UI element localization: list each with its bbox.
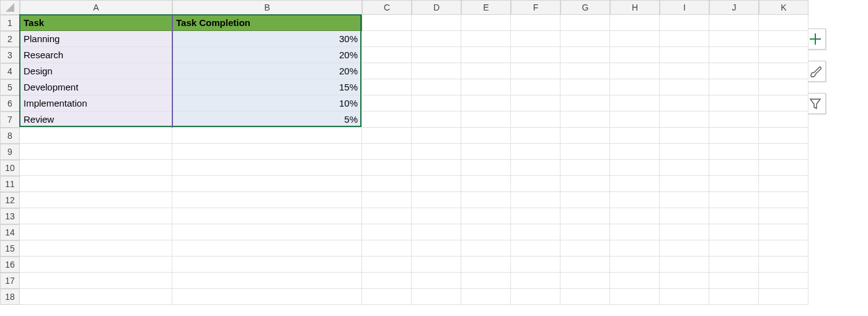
cell-J6[interactable] xyxy=(709,95,759,112)
cell-J7[interactable] xyxy=(709,112,759,128)
cell-E8[interactable] xyxy=(461,128,511,144)
cell-A17[interactable] xyxy=(20,273,172,289)
cell-G5[interactable] xyxy=(560,79,610,95)
cell-J12[interactable] xyxy=(709,192,759,208)
cell-I17[interactable] xyxy=(660,273,709,289)
cell-C10[interactable] xyxy=(362,160,412,176)
cell-I18[interactable] xyxy=(660,289,709,305)
cell-F3[interactable] xyxy=(511,47,560,63)
cell-I3[interactable] xyxy=(660,47,709,63)
row-header-10[interactable]: 10 xyxy=(0,160,20,176)
cell-D8[interactable] xyxy=(412,128,461,144)
cell-A4[interactable]: Design xyxy=(20,63,172,79)
cell-D16[interactable] xyxy=(412,257,461,273)
cell-A16[interactable] xyxy=(20,257,172,273)
cell-K12[interactable] xyxy=(759,192,808,208)
row-header-6[interactable]: 6 xyxy=(0,95,20,112)
cell-H5[interactable] xyxy=(610,79,660,95)
row-header-2[interactable]: 2 xyxy=(0,31,20,47)
cell-K15[interactable] xyxy=(759,240,808,257)
cell-H16[interactable] xyxy=(610,257,660,273)
cell-G6[interactable] xyxy=(560,95,610,112)
cell-A14[interactable] xyxy=(20,224,172,240)
cell-B11[interactable] xyxy=(172,176,362,192)
cell-H8[interactable] xyxy=(610,128,660,144)
cell-B6[interactable]: 10% xyxy=(172,95,362,112)
cell-I5[interactable] xyxy=(660,79,709,95)
cell-C15[interactable] xyxy=(362,240,412,257)
cell-G11[interactable] xyxy=(560,176,610,192)
cell-E2[interactable] xyxy=(461,31,511,47)
cell-A15[interactable] xyxy=(20,240,172,257)
cell-B1[interactable]: Task Completion xyxy=(172,15,362,31)
cell-D6[interactable] xyxy=(412,95,461,112)
cell-A13[interactable] xyxy=(20,208,172,224)
cell-F6[interactable] xyxy=(511,95,560,112)
cell-I13[interactable] xyxy=(660,208,709,224)
cell-K17[interactable] xyxy=(759,273,808,289)
cell-K5[interactable] xyxy=(759,79,808,95)
cell-A2[interactable]: Planning xyxy=(20,31,172,47)
cell-I14[interactable] xyxy=(660,224,709,240)
col-header-G[interactable]: G xyxy=(560,0,610,15)
cell-H12[interactable] xyxy=(610,192,660,208)
cell-E10[interactable] xyxy=(461,160,511,176)
col-header-C[interactable]: C xyxy=(362,0,412,15)
cell-F9[interactable] xyxy=(511,144,560,160)
cell-G17[interactable] xyxy=(560,273,610,289)
cell-D13[interactable] xyxy=(412,208,461,224)
cell-D11[interactable] xyxy=(412,176,461,192)
cell-G3[interactable] xyxy=(560,47,610,63)
cell-G1[interactable] xyxy=(560,15,610,31)
cell-F8[interactable] xyxy=(511,128,560,144)
cell-I9[interactable] xyxy=(660,144,709,160)
cell-B17[interactable] xyxy=(172,273,362,289)
cell-J4[interactable] xyxy=(709,63,759,79)
cell-E17[interactable] xyxy=(461,273,511,289)
cell-C5[interactable] xyxy=(362,79,412,95)
row-header-13[interactable]: 13 xyxy=(0,208,20,224)
cell-I16[interactable] xyxy=(660,257,709,273)
cell-K11[interactable] xyxy=(759,176,808,192)
cell-F7[interactable] xyxy=(511,112,560,128)
row-header-14[interactable]: 14 xyxy=(0,224,20,240)
row-header-3[interactable]: 3 xyxy=(0,47,20,63)
cell-I1[interactable] xyxy=(660,15,709,31)
cell-J16[interactable] xyxy=(709,257,759,273)
cell-B13[interactable] xyxy=(172,208,362,224)
cell-F13[interactable] xyxy=(511,208,560,224)
col-header-D[interactable]: D xyxy=(412,0,461,15)
cell-C18[interactable] xyxy=(362,289,412,305)
cell-I6[interactable] xyxy=(660,95,709,112)
cell-F12[interactable] xyxy=(511,192,560,208)
cell-J2[interactable] xyxy=(709,31,759,47)
cell-C3[interactable] xyxy=(362,47,412,63)
cell-A9[interactable] xyxy=(20,144,172,160)
cell-J18[interactable] xyxy=(709,289,759,305)
cell-B2[interactable]: 30% xyxy=(172,31,362,47)
col-header-I[interactable]: I xyxy=(660,0,709,15)
cell-E3[interactable] xyxy=(461,47,511,63)
cell-D10[interactable] xyxy=(412,160,461,176)
cell-H3[interactable] xyxy=(610,47,660,63)
cell-F14[interactable] xyxy=(511,224,560,240)
cell-J8[interactable] xyxy=(709,128,759,144)
cell-D15[interactable] xyxy=(412,240,461,257)
cell-D17[interactable] xyxy=(412,273,461,289)
cell-D7[interactable] xyxy=(412,112,461,128)
cell-H18[interactable] xyxy=(610,289,660,305)
cell-F17[interactable] xyxy=(511,273,560,289)
cell-J9[interactable] xyxy=(709,144,759,160)
cell-D3[interactable] xyxy=(412,47,461,63)
cell-B9[interactable] xyxy=(172,144,362,160)
cell-G7[interactable] xyxy=(560,112,610,128)
cell-A7[interactable]: Review xyxy=(20,112,172,128)
cell-I7[interactable] xyxy=(660,112,709,128)
cell-J1[interactable] xyxy=(709,15,759,31)
cell-E9[interactable] xyxy=(461,144,511,160)
cell-F4[interactable] xyxy=(511,63,560,79)
cell-G10[interactable] xyxy=(560,160,610,176)
cell-F1[interactable] xyxy=(511,15,560,31)
cell-A10[interactable] xyxy=(20,160,172,176)
cell-C4[interactable] xyxy=(362,63,412,79)
